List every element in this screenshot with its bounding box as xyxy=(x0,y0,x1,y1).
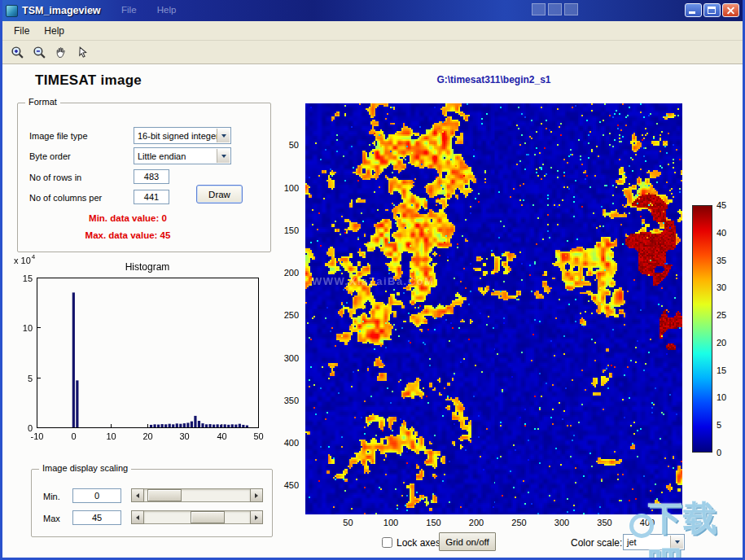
colorbar-tick-label: 45 xyxy=(717,200,726,210)
dropdown-arrow-icon[interactable] xyxy=(217,149,230,163)
image-y-tick-label: 350 xyxy=(276,396,299,405)
slider-track[interactable] xyxy=(144,510,250,524)
grid-toggle-button[interactable]: Grid on/off xyxy=(439,532,496,551)
colorbar-tick-label: 40 xyxy=(717,228,726,238)
image-x-tick-label: 300 xyxy=(550,518,573,527)
file-path-label: G:\timesat311\begin2_s1 xyxy=(305,74,682,85)
slider-left-arrow[interactable] xyxy=(131,488,144,502)
min-data-value-text: Min. data value: 0 xyxy=(42,213,213,223)
scaling-panel: Image display scaling Min. Max xyxy=(31,469,273,537)
draw-button[interactable]: Draw xyxy=(196,185,243,203)
image-x-tick-label: 250 xyxy=(507,518,530,527)
histogram-plot xyxy=(9,247,270,446)
arrow-left-icon xyxy=(136,493,139,498)
lock-axes-label: Lock axes xyxy=(397,537,440,549)
slider-right-arrow[interactable] xyxy=(250,488,263,502)
toolbar xyxy=(2,41,743,64)
menu-file[interactable]: File xyxy=(7,23,37,39)
image-y-tick-label: 450 xyxy=(276,480,299,490)
max-data-value-text: Max. data value: 45 xyxy=(42,230,213,240)
format-panel-legend: Format xyxy=(25,97,60,107)
image-x-tick-label: 100 xyxy=(379,518,402,527)
image-display[interactable]: WWW.XiaZaiBa.CoM xyxy=(305,103,682,514)
arrow-left-icon xyxy=(136,515,139,520)
image-y-tick-label: 100 xyxy=(276,183,299,193)
minimize-button[interactable] xyxy=(685,3,702,17)
colorbar xyxy=(692,205,712,453)
background-menu-help: Help xyxy=(157,5,177,15)
colorbar-tick-label: 5 xyxy=(717,420,721,430)
colorbar-labels: 454035302520151050 xyxy=(717,205,738,453)
image-x-tick-label: 50 xyxy=(336,518,359,527)
byte-order-label: Byte order xyxy=(29,151,71,161)
colorbar-tick-label: 25 xyxy=(717,310,726,320)
rows-label: No of rows in xyxy=(29,173,81,182)
colorbar-tick-label: 0 xyxy=(717,448,721,457)
image-y-axis: 50100150200250300350400450 xyxy=(276,103,300,514)
image-x-axis: 50100150200250300350400 xyxy=(305,518,682,529)
site-watermark-text: 下载吧 xyxy=(648,496,743,560)
cols-input[interactable] xyxy=(134,190,169,204)
color-scale-label: Color scale: xyxy=(571,537,622,549)
figure-area: TIMESAT image G:\timesat311\begin2_s1 Fo… xyxy=(2,64,743,558)
min-scale-slider[interactable] xyxy=(131,488,263,502)
arrow-right-icon xyxy=(255,493,258,498)
zoom-out-button[interactable] xyxy=(29,42,49,62)
image-y-tick-label: 150 xyxy=(276,225,299,235)
maximize-button[interactable] xyxy=(703,3,721,17)
image-y-tick-label: 300 xyxy=(276,353,299,363)
image-y-tick-label: 400 xyxy=(276,438,299,448)
zoom-out-icon xyxy=(33,46,46,59)
pan-button[interactable] xyxy=(51,42,71,62)
slider-right-arrow[interactable] xyxy=(250,510,263,524)
background-window-menu: File Help xyxy=(121,5,194,15)
page-title: TIMESAT image xyxy=(35,72,142,89)
colorbar-tick-label: 30 xyxy=(717,282,726,292)
menu-help[interactable]: Help xyxy=(37,23,72,39)
title-bar: TSM_imageview File Help xyxy=(2,0,743,21)
scale-max-label: Max xyxy=(43,514,60,523)
close-button[interactable] xyxy=(722,3,739,17)
rows-input[interactable] xyxy=(134,169,169,184)
image-file-type-label: Image file type xyxy=(29,131,88,141)
lock-axes-checkbox[interactable] xyxy=(382,537,392,548)
scale-min-input[interactable] xyxy=(72,488,121,503)
format-panel: Format Image file type 16-bit signed int… xyxy=(17,103,271,252)
cols-label: No of columns per xyxy=(29,193,102,203)
image-x-tick-label: 200 xyxy=(465,518,488,527)
byte-order-select[interactable]: Little endian xyxy=(134,147,231,164)
image-y-tick-label: 200 xyxy=(276,268,299,278)
slider-track[interactable] xyxy=(144,488,250,502)
minimize-icon xyxy=(689,11,695,14)
window-controls xyxy=(685,3,739,17)
application-window: TSM_imageview File Help File Help xyxy=(0,0,745,560)
slider-thumb[interactable] xyxy=(147,489,182,501)
timesat-image-canvas[interactable] xyxy=(305,103,682,514)
menu-bar: File Help xyxy=(2,21,743,41)
max-scale-slider[interactable] xyxy=(131,510,263,524)
dropdown-arrow-icon[interactable] xyxy=(217,129,230,142)
app-icon xyxy=(6,5,18,17)
image-x-tick-label: 350 xyxy=(593,518,616,527)
slider-thumb[interactable] xyxy=(191,511,225,523)
colorbar-tick-label: 15 xyxy=(717,365,726,375)
zoom-in-icon xyxy=(11,46,24,59)
scale-max-input[interactable] xyxy=(72,510,121,525)
colorbar-tick-label: 20 xyxy=(717,338,726,348)
image-y-tick-label: 250 xyxy=(276,310,299,320)
window-title: TSM_imageview xyxy=(22,5,101,16)
image-file-type-select[interactable]: 16-bit signed integer xyxy=(134,127,231,144)
colorbar-tick-label: 10 xyxy=(717,392,726,402)
pan-hand-icon xyxy=(55,46,68,59)
background-window-buttons xyxy=(532,3,578,15)
image-x-tick-label: 150 xyxy=(422,518,445,527)
zoom-in-button[interactable] xyxy=(7,42,27,62)
arrow-right-icon xyxy=(255,515,258,520)
byte-order-value: Little endian xyxy=(134,151,201,161)
edit-plot-arrow-icon xyxy=(77,46,90,59)
background-menu-file: File xyxy=(121,5,137,15)
edit-plot-button[interactable] xyxy=(73,42,93,62)
slider-left-arrow[interactable] xyxy=(131,510,144,524)
image-y-tick-label: 50 xyxy=(276,140,299,150)
colorbar-tick-label: 35 xyxy=(717,256,726,265)
